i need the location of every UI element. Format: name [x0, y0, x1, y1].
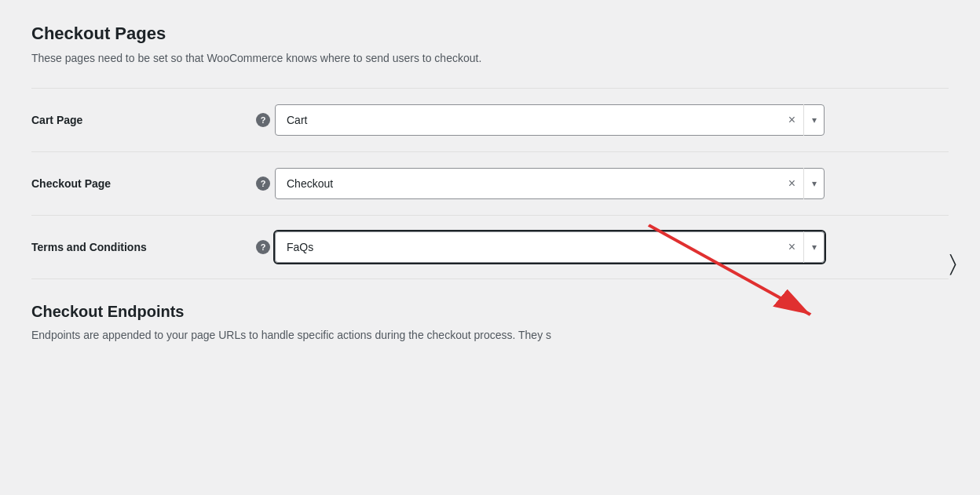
- terms-conditions-select[interactable]: FaQs × ▾: [275, 231, 825, 263]
- cart-page-arrow[interactable]: ▾: [803, 104, 825, 136]
- endpoints-description: Endpoints are appended to your page URLs…: [31, 329, 738, 341]
- checkout-page-input-wrapper: Checkout × ▾: [275, 168, 949, 199]
- cart-page-help[interactable]: ?: [251, 113, 275, 127]
- help-icon-cart[interactable]: ?: [256, 113, 270, 127]
- cart-page-clear[interactable]: ×: [781, 104, 803, 136]
- section-title: Checkout Pages: [31, 24, 949, 44]
- section-description: These pages need to be set so that WooCo…: [31, 52, 738, 64]
- terms-conditions-input-wrapper: FaQs × ▾ 〉: [275, 231, 949, 263]
- terms-conditions-label: Terms and Conditions: [31, 241, 251, 253]
- checkout-page-row: Checkout Page ? Checkout × ▾: [31, 152, 949, 216]
- cart-page-controls: × ▾: [781, 104, 825, 136]
- checkout-page-clear[interactable]: ×: [781, 168, 803, 199]
- cart-page-select[interactable]: Cart × ▾: [275, 104, 825, 136]
- help-icon-checkout[interactable]: ?: [256, 177, 270, 191]
- checkout-page-label: Checkout Page: [31, 177, 251, 190]
- endpoints-title: Checkout Endpoints: [31, 303, 949, 321]
- terms-conditions-arrow[interactable]: ▾: [803, 231, 825, 263]
- checkout-page-select[interactable]: Checkout × ▾: [275, 168, 825, 199]
- checkout-page-help[interactable]: ?: [251, 177, 275, 191]
- endpoints-section: Checkout Endpoints Endpoints are appende…: [31, 303, 949, 341]
- terms-conditions-controls: × ▾: [781, 231, 825, 263]
- cart-page-label: Cart Page: [31, 114, 251, 126]
- checkout-page-arrow[interactable]: ▾: [803, 168, 825, 199]
- cart-page-input-wrapper: Cart × ▾: [275, 104, 949, 136]
- cart-page-value[interactable]: Cart: [275, 104, 825, 136]
- settings-page: Checkout Pages These pages need to be se…: [0, 0, 980, 495]
- checkout-page-value[interactable]: Checkout: [275, 168, 825, 199]
- cart-page-row: Cart Page ? Cart × ▾: [31, 88, 949, 152]
- terms-conditions-help[interactable]: ?: [251, 240, 275, 254]
- settings-rows: Cart Page ? Cart × ▾ Checkout Page ?: [31, 88, 949, 279]
- checkout-page-controls: × ▾: [781, 168, 825, 199]
- terms-conditions-value[interactable]: FaQs: [275, 231, 825, 263]
- help-icon-terms[interactable]: ?: [256, 240, 270, 254]
- terms-conditions-row: Terms and Conditions ? FaQs × ▾ 〉: [31, 216, 949, 279]
- terms-conditions-clear[interactable]: ×: [781, 231, 803, 263]
- cursor-icon: 〉: [949, 251, 956, 277]
